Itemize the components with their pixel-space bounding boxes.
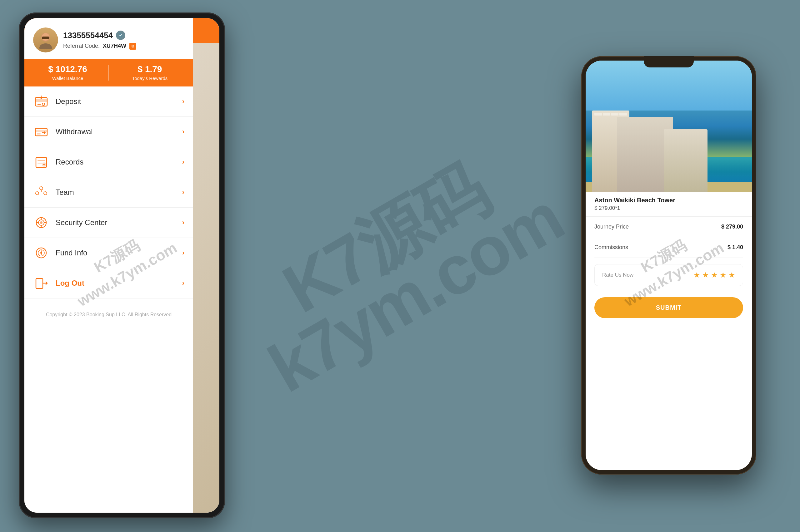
fund-chevron: › (182, 249, 184, 257)
rating-section: Rate Us Now ★ ★ ★ ★ ★ (594, 264, 743, 286)
svg-rect-5 (35, 99, 47, 102)
sky (586, 61, 752, 111)
security-icon (34, 215, 49, 230)
team-chevron: › (182, 188, 184, 196)
deposit-chevron: › (182, 97, 184, 106)
submit-button[interactable]: SUBMIT (594, 297, 743, 318)
phone-row: 13355554454 (63, 31, 136, 40)
commissions-label: Commissions (594, 244, 628, 251)
user-avatar-icon (38, 32, 53, 49)
records-label: Records (56, 158, 182, 166)
tablet-device: 13355554454 Referral Code: XU7H4W ⧉ (19, 13, 225, 518)
star-2[interactable]: ★ (702, 271, 709, 280)
security-label: Security Center (56, 218, 182, 227)
journey-price-row: Journey Price $ 279.00 (594, 217, 743, 237)
menu-item-deposit[interactable]: Deposit › (24, 87, 193, 117)
balance-divider (108, 65, 109, 80)
menu-panel: 13355554454 Referral Code: XU7H4W ⧉ (24, 18, 193, 513)
copy-icon[interactable]: ⧉ (129, 43, 136, 50)
phone-notch (644, 56, 694, 68)
menu-item-security[interactable]: Security Center › (24, 208, 193, 238)
price-table: Journey Price $ 279.00 Commissions $ 1.4… (586, 217, 752, 258)
referral-code: XU7H4W (103, 43, 126, 49)
rewards-item: $ 1.79 Today's Rewards (115, 64, 184, 81)
hotel-name: Aston Waikiki Beach Tower (594, 197, 743, 204)
svg-rect-3 (42, 37, 49, 39)
fund-label: Fund Info (56, 248, 182, 257)
fund-icon (34, 246, 49, 260)
rate-us-label: Rate Us Now (602, 272, 633, 278)
verified-badge (116, 31, 125, 40)
avatar-inner (33, 27, 58, 53)
withdrawal-icon (34, 125, 49, 139)
withdrawal-label: Withdrawal (56, 127, 182, 136)
withdrawal-icon-wrap (33, 124, 49, 140)
team-label: Team (56, 188, 182, 197)
menu-item-records[interactable]: Records › (24, 147, 193, 177)
phone-number: 13355554454 (63, 31, 113, 40)
fund-icon-wrap (33, 245, 49, 261)
deposit-icon-wrap (33, 93, 49, 110)
svg-rect-8 (35, 128, 47, 136)
logout-label: Log Out (56, 279, 182, 287)
records-chevron: › (182, 158, 184, 166)
journey-price-value: $ 279.00 (721, 224, 743, 230)
withdrawal-chevron: › (182, 128, 184, 136)
logout-chevron: › (182, 279, 184, 287)
deposit-label: Deposit (56, 97, 182, 106)
menu-list: Deposit › Withdrawal › (24, 87, 193, 299)
deposit-icon (34, 94, 49, 109)
logout-icon-wrap (33, 275, 49, 291)
profile-info: 13355554454 Referral Code: XU7H4W ⧉ (63, 31, 136, 50)
avatar (33, 27, 58, 53)
copyright: Copyright © 2023 Booking Sup LLC. All Ri… (24, 299, 193, 325)
referral-label: Referral Code: (63, 43, 100, 49)
commissions-row: Commissions $ 1.40 (594, 237, 743, 258)
svg-point-7 (42, 103, 45, 106)
security-icon-wrap (33, 214, 49, 231)
team-icon (34, 185, 49, 200)
menu-item-logout[interactable]: Log Out › (24, 268, 193, 299)
tablet-screen: 13355554454 Referral Code: XU7H4W ⧉ (24, 18, 219, 513)
svg-rect-9 (35, 130, 47, 132)
hotel-buildings (586, 104, 752, 192)
wallet-amount: $ 1012.76 (48, 64, 87, 74)
wallet-balance-item: $ 1012.76 Wallet Balance (33, 64, 102, 81)
menu-item-withdrawal[interactable]: Withdrawal › (24, 117, 193, 147)
rewards-amount: $ 1.79 (138, 64, 162, 74)
phone-screen: Aston Waikiki Beach Tower $ 279.00*1 Jou… (586, 61, 752, 470)
phone-device: Aston Waikiki Beach Tower $ 279.00*1 Jou… (581, 56, 756, 475)
svg-rect-38 (36, 279, 43, 288)
stars-row[interactable]: ★ ★ ★ ★ ★ (693, 271, 735, 280)
records-icon-wrap (33, 154, 49, 170)
shield-check-icon (118, 33, 123, 38)
hotel-price-tag: $ 279.00*1 (594, 205, 743, 211)
menu-item-fund[interactable]: Fund Info › (24, 238, 193, 268)
wallet-label: Wallet Balance (52, 76, 84, 81)
hotel-image-area (586, 61, 752, 192)
star-1[interactable]: ★ (693, 271, 700, 280)
referral-row: Referral Code: XU7H4W ⧉ (63, 43, 136, 50)
star-3[interactable]: ★ (711, 271, 718, 280)
commissions-value: $ 1.40 (727, 244, 743, 251)
profile-section: 13355554454 Referral Code: XU7H4W ⧉ (24, 18, 193, 59)
hotel-info-card: Aston Waikiki Beach Tower $ 279.00*1 (586, 192, 752, 217)
svg-point-1 (39, 43, 52, 49)
rewards-label: Today's Rewards (132, 76, 168, 81)
star-4[interactable]: ★ (720, 271, 727, 280)
svg-point-18 (40, 187, 43, 190)
svg-point-37 (40, 252, 42, 254)
svg-point-28 (40, 221, 42, 224)
building-3 (664, 129, 708, 192)
security-chevron: › (182, 218, 184, 227)
logout-icon (34, 276, 49, 290)
team-icon-wrap (33, 184, 49, 201)
balance-bar: $ 1012.76 Wallet Balance $ 1.79 Today's … (24, 59, 193, 87)
journey-price-label: Journey Price (594, 224, 629, 230)
records-icon (34, 155, 49, 169)
star-5[interactable]: ★ (728, 271, 735, 280)
menu-item-team[interactable]: Team › (24, 177, 193, 208)
